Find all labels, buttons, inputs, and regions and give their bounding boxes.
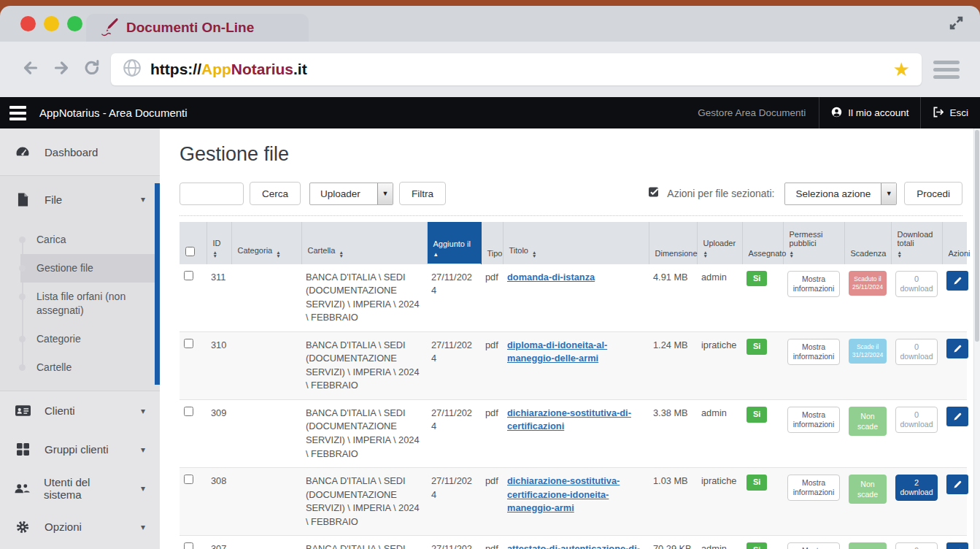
- cell-titolo: dichiarazione-sostitutiva-di-certificazi…: [503, 399, 649, 467]
- edit-button[interactable]: [946, 407, 968, 426]
- file-link[interactable]: domanda-di-istanza: [507, 272, 595, 283]
- file-row: 307BANCA D'ITALIA \ SEDI (DOCUMENTAZIONE…: [180, 536, 967, 549]
- gear-icon: [15, 521, 31, 534]
- sidebar-item-dashboard[interactable]: Dashboard: [0, 128, 160, 175]
- cell-uploader: admin: [697, 264, 742, 331]
- sidebar-item-categorie[interactable]: Categorie: [20, 325, 160, 353]
- show-info-button[interactable]: Mostra informazioni: [787, 542, 840, 549]
- cell-id: 310: [207, 331, 231, 399]
- col-header-cartella[interactable]: Cartella▲▼: [301, 222, 427, 264]
- scrollbar-thumb[interactable]: [975, 130, 979, 342]
- row-checkbox[interactable]: [184, 475, 193, 484]
- select-all-checkbox[interactable]: [185, 247, 195, 256]
- app-title: AppNotarius - Area Documenti: [39, 107, 188, 119]
- tab-title: Documenti On-Line: [126, 20, 254, 36]
- cell-categoria: [231, 468, 301, 536]
- sidebar-toggle-icon[interactable]: [9, 106, 26, 120]
- col-header-titolo[interactable]: Titolo▲▼: [503, 222, 649, 264]
- cell-azioni: [942, 331, 967, 399]
- col-header-categoria[interactable]: Categoria▲▼: [231, 222, 301, 264]
- browser-menu-icon[interactable]: [933, 61, 960, 79]
- col-header-aggiunto[interactable]: Aggiunto il▲: [427, 222, 481, 264]
- sidebar-item-lista-file-orfani[interactable]: Lista file orfani (non assegnati): [20, 283, 160, 325]
- caret-down-icon: ▾: [141, 445, 145, 455]
- cell-scadenza: Scaduto il25/11/2024: [844, 264, 891, 331]
- col-header-download[interactable]: Download totali▲▼: [891, 222, 942, 264]
- edit-button[interactable]: [946, 542, 968, 549]
- sidebar-item-clienti[interactable]: Clienti ▾: [0, 391, 160, 430]
- edit-button[interactable]: [946, 339, 968, 358]
- reload-button[interactable]: [83, 59, 101, 80]
- close-window-button[interactable]: [20, 16, 36, 31]
- search-button[interactable]: Cerca: [250, 182, 301, 205]
- download-count-button[interactable]: 2download: [895, 475, 938, 501]
- sidebar-item-gestione-file[interactable]: Gestione file: [20, 254, 160, 283]
- download-count-button[interactable]: 0download: [895, 542, 938, 549]
- expiry-badge: Nonscade: [849, 475, 887, 504]
- col-header-dimensione: Dimensione: [649, 222, 697, 264]
- cell-dimensione: 4.91 MB: [649, 264, 697, 331]
- row-checkbox[interactable]: [184, 271, 193, 280]
- col-header-azioni: Azioni: [942, 222, 967, 264]
- sidebar-item-carica[interactable]: Carica: [20, 226, 160, 254]
- proceed-button[interactable]: Procedi: [904, 182, 962, 205]
- cell-id: 307: [207, 536, 231, 549]
- url-bar[interactable]: https://AppNotarius.it ★: [111, 53, 922, 85]
- download-count-button[interactable]: 0download: [895, 407, 938, 433]
- file-link[interactable]: dichiarazione-sostitutiva-di-certificazi…: [507, 407, 631, 432]
- download-count-button[interactable]: 0download: [895, 271, 938, 297]
- show-info-button[interactable]: Mostra informazioni: [787, 407, 840, 433]
- col-header-assegnato: Assegnato: [742, 222, 783, 264]
- cell-permessi: Mostra informazioni: [783, 536, 844, 549]
- bulk-action-select[interactable]: Seleziona azione ▼: [784, 183, 897, 205]
- assigned-badge: Si: [746, 475, 767, 491]
- account-menu[interactable]: Il mio account: [819, 97, 920, 128]
- download-count-button[interactable]: 0download: [895, 339, 938, 365]
- forward-button[interactable]: [52, 59, 72, 80]
- show-info-button[interactable]: Mostra informazioni: [787, 475, 840, 501]
- row-checkbox[interactable]: [184, 542, 193, 549]
- col-header-id[interactable]: ID▲▼: [207, 222, 231, 264]
- sidebar-item-cartelle[interactable]: Cartelle: [20, 353, 160, 382]
- expiry-badge: Nonscade: [849, 542, 887, 549]
- cell-tipo: pdf: [481, 536, 503, 549]
- row-select-cell: [180, 399, 207, 467]
- logout-button[interactable]: Esci: [920, 97, 980, 128]
- table-header-row: ID▲▼Categoria▲▼Cartella▲▼Aggiunto il▲Tip…: [180, 222, 967, 264]
- edit-button[interactable]: [946, 475, 968, 494]
- sidebar-item-gruppi-clienti[interactable]: Gruppi clienti ▾: [0, 430, 160, 469]
- sidebar-label-file: File: [45, 193, 62, 206]
- scrollbar[interactable]: [973, 128, 980, 549]
- row-checkbox[interactable]: [184, 407, 193, 416]
- sidebar-item-opzioni[interactable]: Opzioni ▾: [0, 507, 160, 546]
- file-link[interactable]: dichiarazione-sostitutiva-certificazione…: [507, 475, 620, 513]
- dashboard-icon: [15, 145, 31, 159]
- sidebar-section-file: File ▾ Carica Gestione file Lista file o…: [0, 175, 160, 391]
- sidebar-item-utenti-sistema[interactable]: Utenti del sistema ▾: [0, 469, 160, 507]
- uploader-select[interactable]: Uploader ▼: [309, 183, 393, 205]
- expand-icon[interactable]: [949, 15, 964, 34]
- file-row: 310BANCA D'ITALIA \ SEDI (DOCUMENTAZIONE…: [180, 331, 967, 399]
- filter-button[interactable]: Filtra: [399, 182, 446, 205]
- maximize-window-button[interactable]: [67, 16, 82, 31]
- file-link[interactable]: diploma-di-idoneita-al-maneggio-delle-ar…: [507, 339, 607, 364]
- show-info-button[interactable]: Mostra informazioni: [787, 271, 840, 297]
- file-link[interactable]: attestato-di-autenticazione-di-fotografi…: [507, 543, 640, 549]
- cell-permessi: Mostra informazioni: [783, 399, 844, 467]
- edit-button[interactable]: [946, 271, 968, 291]
- browser-tab[interactable]: Documenti On-Line: [86, 14, 309, 42]
- col-header-uploader[interactable]: Uploader▲▼: [697, 222, 742, 264]
- id-card-icon: [15, 405, 31, 417]
- show-info-button[interactable]: Mostra informazioni: [787, 339, 840, 365]
- row-select-cell: [180, 331, 207, 399]
- bookmark-star-icon[interactable]: ★: [893, 60, 910, 79]
- cell-uploader: ipratiche: [697, 468, 742, 536]
- row-checkbox[interactable]: [184, 339, 193, 348]
- col-header-permessi[interactable]: Permessi pubblici▲▼: [783, 222, 844, 264]
- search-input[interactable]: [180, 183, 244, 205]
- cell-cartella: BANCA D'ITALIA \ SEDI (DOCUMENTAZIONE SE…: [301, 264, 427, 331]
- sidebar-item-file[interactable]: File ▾: [0, 176, 160, 223]
- back-button[interactable]: [20, 59, 40, 80]
- caret-down-icon: ▼: [377, 183, 393, 204]
- minimize-window-button[interactable]: [44, 16, 59, 31]
